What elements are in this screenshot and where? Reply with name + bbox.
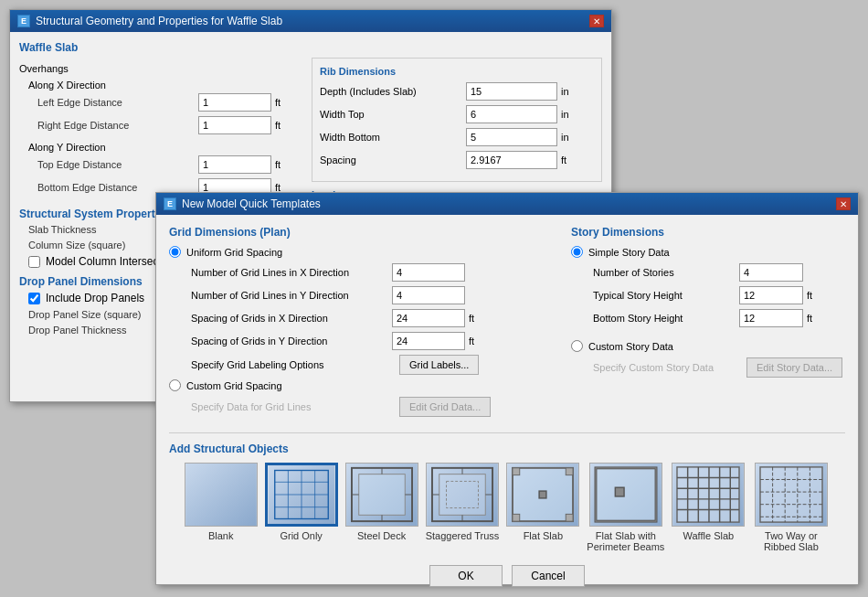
bottom-story-label: Bottom Story Height bbox=[593, 313, 739, 324]
width-bottom-row: Width Bottom in bbox=[320, 128, 594, 146]
templates-title-icon: E bbox=[164, 197, 176, 210]
simple-story-label: Simple Story Data bbox=[588, 247, 670, 258]
include-drop-checkbox[interactable] bbox=[28, 293, 40, 304]
left-edge-unit: ft bbox=[275, 97, 293, 108]
custom-grid-label: Custom Grid Spacing bbox=[186, 380, 282, 391]
grid-lines-y-row: Number of Grid Lines in Y Direction bbox=[169, 286, 544, 304]
svg-rect-28 bbox=[513, 514, 520, 521]
waffle-window-title: Structural Geometry and Properties for W… bbox=[36, 15, 282, 27]
ok-button[interactable]: OK bbox=[429, 565, 503, 587]
waffle-title-icon: E bbox=[17, 15, 30, 27]
spacing-y-row: Spacing of Grids in Y Direction ft bbox=[169, 332, 544, 350]
spacing-input[interactable] bbox=[466, 151, 557, 169]
right-edge-label: Right Edge Distance bbox=[37, 120, 198, 131]
left-edge-row: Left Edge Distance ft bbox=[19, 93, 293, 112]
spacing-y-unit: ft bbox=[469, 336, 474, 346]
rib-dimensions-header: Rib Dimensions bbox=[320, 66, 594, 77]
templates-close-button[interactable]: ✕ bbox=[836, 197, 851, 210]
specify-custom-story-label: Specify Custom Story Data bbox=[593, 362, 739, 373]
specify-custom-story-row: Specify Custom Story Data Edit Story Dat… bbox=[571, 357, 845, 378]
spacing-label: Spacing bbox=[320, 155, 466, 165]
custom-story-label: Custom Story Data bbox=[588, 341, 673, 352]
template-steel-deck[interactable]: Steel Deck bbox=[345, 463, 418, 552]
svg-rect-32 bbox=[596, 468, 656, 521]
right-edge-unit: ft bbox=[275, 120, 293, 131]
width-top-input[interactable] bbox=[466, 105, 557, 123]
along-y-header: Along Y Direction bbox=[19, 142, 293, 153]
story-section-title: Story Dimensions bbox=[571, 226, 845, 239]
grid-lines-y-input[interactable] bbox=[392, 286, 465, 304]
dialog-buttons: OK Cancel bbox=[169, 565, 845, 587]
grid-section-title: Grid Dimensions (Plan) bbox=[169, 226, 544, 239]
waffle-window-titlebar: E Structural Geometry and Properties for… bbox=[10, 10, 611, 32]
cancel-button[interactable]: Cancel bbox=[512, 565, 585, 587]
spacing-y-label: Spacing of Grids in Y Direction bbox=[191, 336, 392, 346]
typical-story-label: Typical Story Height bbox=[593, 290, 739, 301]
depth-label: Depth (Includes Slab) bbox=[320, 86, 466, 97]
flat-slab-thumbnail bbox=[506, 463, 579, 527]
overhangs-header: Overhangs bbox=[19, 63, 293, 74]
edit-grid-button[interactable]: Edit Grid Data... bbox=[399, 397, 491, 417]
spacing-x-input[interactable] bbox=[392, 309, 465, 327]
spacing-x-unit: ft bbox=[469, 313, 474, 324]
num-stories-label: Number of Stories bbox=[593, 267, 739, 278]
waffle-slab-thumbnail bbox=[672, 463, 745, 527]
flat-slab-perimeter-thumbnail bbox=[589, 463, 662, 527]
right-edge-input[interactable] bbox=[198, 116, 271, 134]
width-top-unit: in bbox=[561, 109, 569, 120]
template-blank[interactable]: Blank bbox=[185, 463, 258, 552]
left-edge-label: Left Edge Distance bbox=[37, 97, 198, 108]
custom-story-radio[interactable] bbox=[571, 340, 583, 352]
num-stories-input[interactable] bbox=[739, 263, 803, 282]
staggered-truss-thumbnail bbox=[426, 463, 499, 527]
typical-story-input[interactable] bbox=[739, 286, 803, 304]
top-edge-label: Top Edge Distance bbox=[37, 159, 198, 170]
two-way-thumbnail bbox=[755, 463, 828, 527]
depth-input[interactable] bbox=[466, 82, 557, 101]
templates-window: E New Model Quick Templates ✕ Grid Dimen… bbox=[155, 192, 859, 585]
template-flat-slab[interactable]: Flat Slab bbox=[506, 463, 579, 552]
top-edge-input[interactable] bbox=[198, 155, 271, 174]
waffle-close-button[interactable]: ✕ bbox=[589, 15, 604, 27]
custom-grid-data-row: Specify Data for Grid Lines Edit Grid Da… bbox=[169, 397, 544, 417]
svg-rect-0 bbox=[185, 464, 257, 526]
steel-deck-label: Steel Deck bbox=[357, 530, 406, 541]
grid-lines-x-label: Number of Grid Lines in X Direction bbox=[191, 267, 392, 278]
template-two-way[interactable]: Two Way or Ribbed Slab bbox=[752, 463, 830, 552]
width-bottom-input[interactable] bbox=[466, 128, 557, 146]
bottom-story-input[interactable] bbox=[739, 309, 803, 327]
svg-rect-26 bbox=[513, 468, 520, 475]
include-drop-label: Include Drop Panels bbox=[46, 292, 144, 304]
spacing-unit: ft bbox=[561, 155, 566, 165]
grid-lines-x-input[interactable] bbox=[392, 263, 465, 282]
blank-label: Blank bbox=[208, 530, 234, 541]
left-edge-input[interactable] bbox=[198, 93, 271, 112]
structural-objects-section: Add Structural Objects Blank bbox=[169, 432, 845, 552]
grid-lines-x-row: Number of Grid Lines in X Direction bbox=[169, 263, 544, 282]
template-grid-only[interactable]: Grid Only bbox=[265, 463, 338, 552]
template-flat-slab-perimeter[interactable]: Flat Slab with Perimeter Beams bbox=[587, 463, 664, 552]
width-top-row: Width Top in bbox=[320, 105, 594, 123]
templates-titlebar: E New Model Quick Templates ✕ bbox=[156, 193, 858, 215]
uniform-grid-row: Uniform Grid Spacing bbox=[169, 246, 544, 258]
grid-only-thumbnail bbox=[265, 463, 338, 527]
model-column-checkbox[interactable] bbox=[28, 256, 40, 268]
custom-story-row: Custom Story Data bbox=[571, 340, 845, 352]
edit-story-button[interactable]: Edit Story Data... bbox=[746, 357, 842, 378]
template-staggered-truss[interactable]: Staggered Truss bbox=[426, 463, 500, 552]
simple-story-radio[interactable] bbox=[571, 246, 583, 258]
flat-slab-perimeter-label: Flat Slab with Perimeter Beams bbox=[587, 530, 664, 552]
templates-grid: Blank bbox=[169, 463, 845, 552]
spacing-x-label: Spacing of Grids in X Direction bbox=[191, 313, 392, 324]
spacing-row: Spacing ft bbox=[320, 151, 594, 169]
template-waffle-slab[interactable]: Waffle Slab bbox=[672, 463, 745, 552]
uniform-grid-radio[interactable] bbox=[169, 246, 181, 258]
spacing-y-input[interactable] bbox=[392, 332, 465, 350]
top-edge-row: Top Edge Distance ft bbox=[19, 155, 293, 174]
depth-row: Depth (Includes Slab) in bbox=[320, 82, 594, 101]
grid-labels-button[interactable]: Grid Labels... bbox=[399, 355, 479, 375]
typical-story-row: Typical Story Height ft bbox=[571, 286, 845, 304]
grid-labeling-row: Specify Grid Labeling Options Grid Label… bbox=[169, 355, 544, 375]
staggered-truss-label: Staggered Truss bbox=[426, 530, 500, 541]
custom-grid-radio[interactable] bbox=[169, 379, 181, 391]
